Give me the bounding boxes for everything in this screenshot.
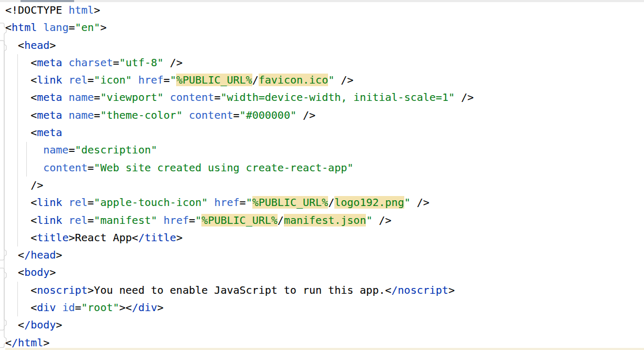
code-segment-str: "viewport" xyxy=(100,91,163,104)
code-segment-attr: href xyxy=(163,214,189,227)
code-segment-tag: /html xyxy=(12,336,43,349)
code-segment-tag: head xyxy=(24,39,49,52)
code-segment-str: "description" xyxy=(75,143,157,156)
code-segment-tag: /noscript xyxy=(392,284,448,296)
code-line-18[interactable]: <div id="root"></div> xyxy=(5,299,644,316)
code-segment-p: = xyxy=(88,161,94,174)
code-segment-p: < xyxy=(5,231,37,244)
code-line-12[interactable]: <link rel="apple-touch-icon" href="%PUBL… xyxy=(5,194,644,211)
code-line-5[interactable]: <link rel="icon" href="%PUBLIC_URL%/favi… xyxy=(5,71,644,89)
code-segment-hl: %PUBLIC_URL% xyxy=(176,74,252,86)
code-segment-p: <!DOCTYPE xyxy=(5,4,68,16)
code-segment-p: > xyxy=(49,266,56,279)
code-segment-p: > xyxy=(43,336,49,349)
code-segment-tag: /head xyxy=(24,249,56,261)
code-line-6[interactable]: <meta name="viewport" content="width=dev… xyxy=(5,89,644,106)
code-line-15[interactable]: </head> xyxy=(5,246,644,264)
code-segment-str: "root" xyxy=(81,301,119,314)
code-segment-p: = xyxy=(68,143,75,156)
code-segment-p: < xyxy=(5,126,37,139)
code-segment-p: >< xyxy=(119,301,132,314)
code-segment-tag: body xyxy=(24,266,49,279)
code-segment-p: < xyxy=(5,266,24,279)
code-segment-str: " xyxy=(328,74,334,86)
code-segment-attr: name xyxy=(68,91,94,104)
code-segment-p xyxy=(56,301,62,314)
code-segment-attr: href xyxy=(138,74,163,86)
code-line-17[interactable]: <noscript>You need to enable JavaScript … xyxy=(5,282,644,299)
code-segment-tag: /body xyxy=(24,318,56,331)
code-segment-tag: link xyxy=(37,74,62,86)
code-editor[interactable]: <!DOCTYPE html><html lang="en"> <head> <… xyxy=(5,2,644,350)
code-line-4[interactable]: <meta charset="utf-8" /> xyxy=(5,54,644,71)
code-segment-p: = xyxy=(113,56,119,69)
code-segment-tag: link xyxy=(37,196,62,209)
code-segment-p: / xyxy=(278,214,284,227)
code-line-1[interactable]: <!DOCTYPE html> xyxy=(5,2,644,19)
code-segment-hl: manifest.json xyxy=(284,214,366,227)
code-segment-p: = xyxy=(88,196,94,209)
code-segment-p xyxy=(5,143,43,156)
code-segment-attr: content xyxy=(43,161,87,174)
code-segment-str: "icon" xyxy=(94,74,132,86)
code-segment-p: < xyxy=(5,301,37,314)
code-segment-p: > xyxy=(157,301,163,314)
code-line-10[interactable]: content="Web site created using create-r… xyxy=(5,159,644,177)
code-line-8[interactable]: <meta xyxy=(5,124,644,141)
code-segment-p: < xyxy=(5,336,12,349)
code-segment-p xyxy=(62,214,68,227)
code-segment-p: = xyxy=(163,74,170,86)
code-segment-str: " xyxy=(195,214,201,227)
code-line-7[interactable]: <meta name="theme-color" content="#00000… xyxy=(5,107,644,124)
code-segment-p: = xyxy=(88,214,94,227)
code-segment-p xyxy=(163,91,170,104)
code-segment-hl: %PUBLIC_URL% xyxy=(252,196,329,209)
horizontal-scrollbar-track[interactable] xyxy=(0,0,644,2)
code-segment-p: = xyxy=(68,21,75,34)
code-segment-attr: rel xyxy=(68,214,87,227)
code-segment-attr: name xyxy=(43,143,68,156)
code-line-9[interactable]: name="description" xyxy=(5,141,644,159)
code-segment-p: > xyxy=(100,21,107,34)
code-segment-p xyxy=(5,161,43,174)
code-segment-attr: charset xyxy=(68,56,113,69)
code-segment-attr: content xyxy=(170,91,214,104)
code-segment-str: " xyxy=(366,214,372,227)
code-segment-p: = xyxy=(75,301,81,314)
code-segment-p xyxy=(62,56,68,69)
code-segment-p: > xyxy=(56,249,62,261)
code-segment-p: < xyxy=(5,21,12,34)
code-line-2[interactable]: <html lang="en"> xyxy=(5,19,644,36)
code-segment-str: "Web site created using create-react-app… xyxy=(94,161,354,174)
code-segment-p xyxy=(208,196,214,209)
code-segment-str: "utf-8" xyxy=(119,56,163,69)
code-segment-p: < xyxy=(5,249,24,261)
code-segment-p: > xyxy=(56,318,62,331)
code-segment-p xyxy=(157,214,163,227)
code-segment-attr: href xyxy=(214,196,239,209)
code-line-3[interactable]: <head> xyxy=(5,37,644,54)
code-line-19[interactable]: </body> xyxy=(5,316,644,334)
code-segment-tag: html xyxy=(12,21,37,34)
code-line-16[interactable]: <body> xyxy=(5,264,644,281)
code-segment-p: /> xyxy=(372,214,391,227)
code-segment-p: > xyxy=(94,4,100,16)
code-segment-p: < xyxy=(5,196,37,209)
code-segment-p: > xyxy=(49,39,56,52)
code-line-14[interactable]: <title>React App</title> xyxy=(5,229,644,246)
code-segment-doc: html xyxy=(68,4,94,16)
code-segment-str: "en" xyxy=(75,21,100,34)
code-segment-tag: meta xyxy=(37,109,62,121)
code-segment-p: /> xyxy=(334,74,353,86)
code-segment-tag: meta xyxy=(37,126,62,139)
code-segment-tag: div xyxy=(37,301,56,314)
code-line-13[interactable]: <link rel="manifest" href="%PUBLIC_URL%/… xyxy=(5,212,644,229)
horizontal-scrollbar-thumb[interactable] xyxy=(21,0,74,2)
code-segment-p: > xyxy=(176,231,182,244)
code-line-11[interactable]: /> xyxy=(5,177,644,194)
code-segment-hl: logo192.png xyxy=(334,196,404,209)
code-segment-p: < xyxy=(5,39,24,52)
code-segment-hl: %PUBLIC_URL% xyxy=(201,214,278,227)
code-segment-tag: /div xyxy=(132,301,157,314)
code-segment-p xyxy=(132,74,138,86)
